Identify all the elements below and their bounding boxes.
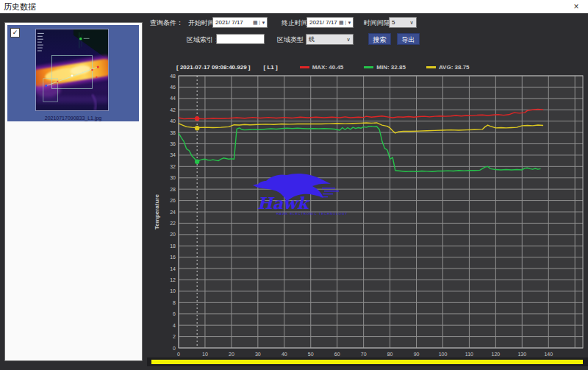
cursor-marker-min [195,160,199,164]
y-tick-label: 44 [170,96,176,101]
y-tick-label: 38 [170,130,176,135]
horizontal-scrollbar-thumb[interactable] [151,360,583,364]
y-tick-label: 30 [170,175,176,180]
y-tick-label: 28 [170,187,176,192]
y-tick-label: 40 [170,118,176,124]
y-axis-label: Temperature [154,194,160,230]
search-button[interactable]: 搜索 [368,33,391,45]
y-tick-label: 10 [170,288,176,293]
y-tick-label: 0 [173,346,176,351]
x-tick-label: 100 [439,352,448,357]
region-index-input[interactable] [216,34,265,44]
region-type-value: 线 [306,35,344,43]
image-filename: 20210717090833_L1.jpg [7,115,139,121]
close-icon[interactable]: × [570,1,582,13]
y-tick-label: 14 [170,266,176,271]
x-tick-label: 80 [387,352,393,357]
x-tick-label: 70 [361,352,367,357]
x-tick-label: 50 [308,352,314,357]
chart-legend: MAX: 40.45MIN: 32.85AVG: 38.75 [300,64,490,71]
chevron-down-icon: ∨ [407,20,416,26]
list-item[interactable]: ✓ [7,25,139,121]
interval-value: 5 [390,19,407,26]
x-tick-label: 110 [465,352,473,357]
legend-label: MAX: 40.45 [312,64,344,71]
horizontal-scrollbar-track [147,357,588,366]
legend-item: MIN: 32.85 [364,64,406,71]
chevron-down-icon: ∨ [344,37,353,43]
y-tick-label: 22 [170,221,176,226]
x-tick-label: 30 [255,352,261,357]
image-list-panel: ✓ [4,22,143,361]
x-tick-label: 0 [177,352,180,357]
y-tick-label: 8 [173,300,176,305]
cursor-marker-max [195,116,199,121]
calendar-icon: ▦ [253,20,259,26]
y-tick-label: 36 [170,141,176,146]
region-index-label: 区域索引： [187,35,220,45]
end-date-value: 2021/ 7/17 [307,19,339,26]
y-tick-label: 16 [170,255,176,260]
y-tick-label: 12 [170,277,176,282]
legend-swatch [364,66,373,68]
legend-label: AVG: 38.75 [439,64,470,71]
x-tick-label: 140 [544,352,553,357]
end-date-picker[interactable]: 2021/ 7/17 ▦ ▼ [306,17,354,28]
x-tick-label: 40 [282,352,287,357]
main-content: ✓ [0,13,588,370]
dropdown-arrow-icon[interactable]: ▼ [259,21,267,25]
y-tick-label: 32 [170,164,176,169]
legend-item: MAX: 40.45 [300,64,344,71]
legend-swatch [426,66,436,68]
calendar-icon: ▦ [339,20,345,26]
y-tick-label: 2 [173,334,176,339]
interval-select[interactable]: 5 ∨ [389,17,417,28]
cursor-marker-avg [195,126,199,130]
legend-item: AVG: 38.75 [426,64,470,71]
chart-header: [ 2021-07-17 09:08:40.929 ] [ L1 ] MAX: … [176,64,490,71]
y-tick-label: 42 [170,107,176,113]
export-button[interactable]: 导出 [397,33,420,45]
legend-label: MIN: 32.85 [376,64,406,71]
start-date-picker[interactable]: 2021/ 7/17 ▦ ▼ [212,17,268,28]
region-type-select[interactable]: 线 ∨ [306,34,354,45]
y-tick-label: 34 [170,152,176,157]
y-tick-label: 20 [170,232,176,237]
legend-swatch [300,66,309,68]
x-tick-label: 90 [414,352,420,357]
chart-area: 0102030405060708090100110120130140024681… [148,71,588,367]
x-tick-label: 130 [517,352,526,357]
y-tick-label: 48 [170,74,176,79]
thermal-image-thumbnail [35,29,109,111]
window-title: 历史数据 [4,1,36,13]
y-tick-label: 4 [173,323,176,328]
chart-timestamp: [ 2021-07-17 09:08:40.929 ] [176,64,251,71]
y-tick-label: 26 [170,198,176,203]
temperature-chart[interactable]: 0102030405060708090100110120130140024681… [148,71,588,367]
query-condition-label: 查询条件： [150,18,183,28]
x-tick-label: 60 [334,352,340,357]
y-tick-label: 18 [170,243,176,249]
x-tick-label: 20 [229,352,234,357]
x-tick-label: 120 [492,352,501,357]
chart-region-label: [ L1 ] [264,64,278,71]
y-tick-label: 24 [170,210,176,215]
start-date-value: 2021/ 7/17 [213,19,253,26]
dropdown-arrow-icon[interactable]: ▼ [345,21,353,25]
title-bar: 历史数据 × [0,0,588,14]
y-tick-label: 6 [173,311,176,316]
item-checkbox[interactable]: ✓ [10,28,20,38]
x-tick-label: 10 [202,352,208,357]
y-tick-label: 46 [170,85,176,90]
